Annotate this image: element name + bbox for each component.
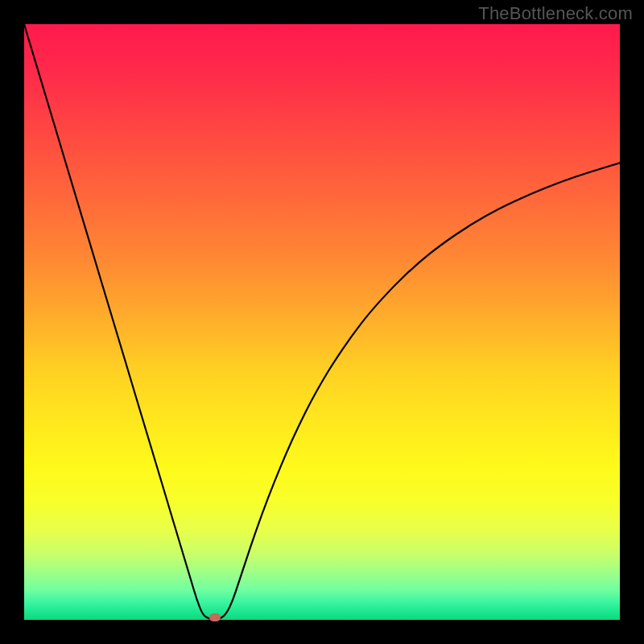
- minimum-marker: [209, 613, 221, 621]
- chart-plot-area: [24, 24, 620, 620]
- bottleneck-curve: [24, 24, 620, 620]
- watermark-text: TheBottleneck.com: [478, 3, 633, 24]
- curve-path: [24, 24, 620, 620]
